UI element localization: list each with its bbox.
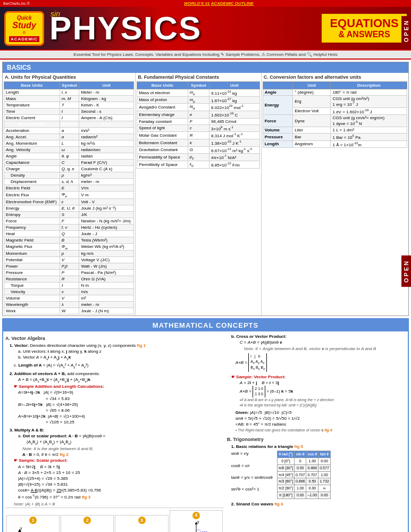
fig3-number: 3	[138, 517, 146, 524]
sinand-cos: 2. Sinand Cos waves fig 6	[227, 501, 406, 507]
open-tab-1: OPEN	[401, 16, 411, 45]
table-row: π/2 [90°]1.000.00∞	[277, 485, 330, 492]
table-row: EnergyE, U, KJoule J (kg m² s⁻²)	[4, 205, 134, 211]
trig-header: B. Trigonometry	[227, 436, 406, 443]
math-header: MATHEMATICAL CONCEPTS	[3, 319, 408, 331]
quick-text: Quick	[9, 15, 39, 21]
table-row: Molar Gas ConstantR8.314 J mol-1 K-1	[137, 132, 260, 139]
answers-title: & ANSWERS	[328, 30, 400, 39]
equations-box: EQUATIONS & ANSWERS	[322, 14, 407, 43]
fig1-number: 1	[29, 517, 37, 524]
math-col-left: A. Vector Algebra 1. Vector: Denotes dir…	[5, 334, 224, 532]
header-top-bar: BarCharts,Inc.® WORLD'S #1 ACADEMIC OUTL…	[0, 0, 411, 7]
table-row: Electric CurrentIAmpere - A (C/s)	[4, 115, 134, 121]
table-row: Ang. Velocityωradian/sec	[4, 147, 134, 153]
table-row: Displacements, d, hmeter - m	[4, 179, 134, 185]
col-a: A. Units for Physical Quantities Base Un…	[3, 73, 136, 315]
table-row: Accelerationam/s²	[4, 128, 134, 134]
table-row: Magnetic FieldBTesla (Wb/m²)	[4, 237, 134, 243]
table-row: ForceDyneCGS unit (g cm/s²= erg/cm)1 dyn…	[263, 115, 407, 127]
table-row: π [180°]0.00–1.000.00	[277, 492, 330, 498]
table-row: WorkWJoule - J (N m)	[4, 308, 134, 314]
table-row: Electromotive Force (EMF)εVolt - V	[4, 198, 134, 205]
table-row: Velocityvm/s	[4, 289, 134, 295]
table-row: Ang. Accel.αradian/s²	[4, 134, 134, 140]
study-text: Study	[9, 21, 39, 30]
world-label: WORLD'S #1 ACADEMIC OUTLINE	[30, 1, 408, 6]
math-col-right: b. Cross or Vector Product: C = A×B = |A…	[227, 334, 406, 532]
sample-vector-product: ☛ Sample: Vector Product: A = 2i + j B =…	[227, 374, 406, 408]
fig3-svg: ✋ A×B A B Right-Hand Rule	[121, 525, 163, 532]
table-row: PressurePPascal - Pa (N/m²)	[4, 270, 134, 276]
vector-algebra-header: A. Vector Algebra	[5, 335, 224, 342]
physics-title-area: sin PHYSICS	[49, 12, 322, 45]
vector-item-3: 3. Multiply A & B: a. Dot or scalar prod…	[5, 427, 224, 458]
col-c-title: C. Conversion factors and alternative un…	[263, 74, 407, 80]
note-magnitude: Note: |A| + |B| ≥ A + B	[5, 501, 224, 507]
table-row: PowerP,βWatt - W (J/s)	[4, 263, 134, 270]
table-row: Mass of protonmp1.67×10-27 kg	[137, 96, 260, 104]
table-row: TemperatureTKelvin - K	[4, 102, 134, 109]
fig2-svg: 37° A B x	[66, 525, 108, 532]
table-row: Permittivity of Spaceε08.85×10-12 F/m	[137, 161, 260, 168]
tagline: Essential Tool for Physics Laws, Concept…	[0, 49, 411, 60]
fig4-svg: x y sin cos sinθ– cosθ ····	[172, 520, 220, 533]
vector-item-2: 2. Addition of vectors A + B, add compon…	[5, 371, 224, 384]
col-unit-header: Unit	[79, 82, 134, 89]
conversion-table: Unit Description Angle° (degree)180° = π…	[263, 81, 407, 148]
table-row: EnergyErgCGS unit (g cm²/s²)1 erg = 10-7…	[263, 96, 407, 108]
table-row: Angleθ, φradian	[4, 153, 134, 160]
table-row: VolumeVm³	[4, 295, 134, 302]
table-row: TimetSecond - s	[4, 109, 134, 115]
table-row: Avogadro ConstantNA6.022×1023 mol-1	[137, 104, 260, 111]
figure-1: 1	[6, 515, 60, 532]
math-content: A. Vector Algebra 1. Vector: Denotes dir…	[3, 331, 408, 532]
table-row: TorqueτN m	[4, 282, 134, 289]
derived-units-header-row: Derived UnitsSymbolUnit	[4, 121, 134, 128]
basics-section: BASICS A. Units for Physical Quantities …	[2, 62, 409, 316]
main-header: Quick Study ® ACADEMIC sin PHYSICS EQUAT…	[0, 7, 411, 49]
open-tab-2: OPEN	[401, 255, 411, 287]
main-content: BASICS A. Units for Physical Quantities …	[0, 60, 411, 532]
fig1-svg: x y z A Ax Ay 90°= π/2	[12, 525, 54, 532]
svg-text:y: y	[20, 526, 22, 530]
table-row: Ang. MomentumLkg m²/s	[4, 140, 134, 147]
table-row: Angle° (degree)180° = π rad	[263, 89, 407, 96]
svg-text:cos: cos	[202, 530, 207, 533]
table-row: Boltzmann Constantk1.38×10-23 J K-1	[137, 139, 260, 146]
figure-4: 4	[170, 510, 223, 533]
vector-item-1: 1. Vector: Denotes directional character…	[5, 343, 224, 361]
table-row: Massm, MKilogram - kg	[4, 96, 134, 102]
table-row: VolumeLiter1 L = 1 dm³	[263, 127, 407, 133]
table-row: Wavelengthλmeter - m	[4, 302, 134, 308]
table-row: Momentumpkg m/s	[4, 251, 134, 257]
table-row: HeatQJoule - J	[4, 230, 134, 237]
table-row: ChargeQ, q, eCoulomb C (A s)	[4, 166, 134, 172]
table-row: Gravitation ConstantG6.67×10-11 m³ kg-1 …	[137, 146, 260, 154]
quick-study-logo: Quick Study ® ACADEMIC	[4, 11, 44, 46]
trig-values-table: θ rad [°] sin θ cos θ tan θ 0 [0	[277, 451, 331, 499]
barcharts-logo: BarCharts,Inc.®	[3, 2, 30, 5]
given-example: Given: |A|=√5 |B|=√10 |C|=5 sinθ = 5/(√5…	[227, 410, 406, 434]
cross-product-matrix: A×B = i j k Ax Ay Az Bx By Bz	[227, 353, 406, 372]
equations-title: EQUATIONS	[328, 17, 400, 30]
table-row: π/6 [30°]0.500.8660.577	[277, 464, 330, 471]
fig2-number: 2	[83, 517, 91, 524]
table-row: EntropySJ/K	[4, 211, 134, 218]
table-row: π/3 [60°]0.8660.501.732	[277, 478, 330, 485]
table-row: ForceFNewton - N (kg m/s²= J/m)	[4, 218, 134, 224]
constants-table: Base Units Symbol Unit Mass of electronm…	[137, 81, 260, 169]
trig-basics: 1. Basic relations for a triangle fig 5 …	[227, 444, 406, 499]
col-a-title: A. Units for Physical Quantities	[4, 74, 134, 80]
col-base-units-header: Base Units	[4, 82, 60, 89]
table-row: Speed of lightc3×108 m s-1	[137, 124, 260, 132]
svg-text:y: y	[197, 520, 199, 524]
figure-3: 3 ✋ A×B A B Right-Hand Rule	[115, 515, 168, 532]
academic-text: ACADEMIC	[9, 36, 39, 42]
col-symbol-header: Symbol	[60, 82, 79, 89]
math-section: MATHEMATICAL CONCEPTS A. Vector Algebra …	[2, 318, 409, 532]
units-table: Base Units Symbol Unit Lengthl, xMeter -…	[4, 81, 134, 314]
table-row: LengthAngstrom1 Å = 1×10-10m	[263, 140, 407, 148]
table-row: π/4 [45°]0.7070.7071.00	[277, 471, 330, 478]
col-b: B. Fundamental Physical Constants Base U…	[136, 73, 262, 315]
